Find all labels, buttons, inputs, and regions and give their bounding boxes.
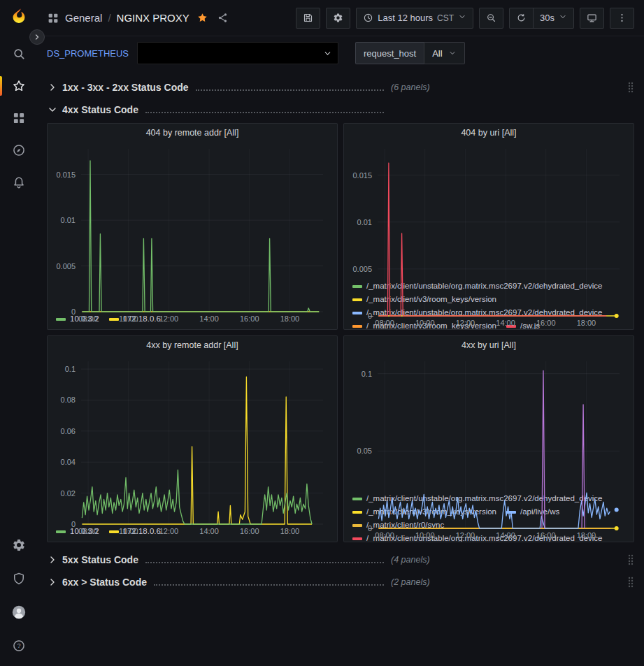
row-panel-count: (6 panels) xyxy=(391,82,430,92)
panel-title[interactable]: 404 by uri [All] xyxy=(344,124,634,142)
row-drag-handle[interactable] xyxy=(627,554,634,565)
datasource-select[interactable] xyxy=(137,42,338,64)
row-dots-filler xyxy=(154,584,384,586)
row-title[interactable]: 6xx > Status Code xyxy=(62,577,147,588)
chevron-right-icon[interactable] xyxy=(47,577,58,588)
panel-4xx-by-remote-addr: 4xx by remote addr [All] 08:0010:0012:00… xyxy=(47,335,338,542)
chevron-down-icon xyxy=(323,49,332,58)
kebab-menu-icon xyxy=(617,13,627,23)
svg-text:08:00: 08:00 xyxy=(375,531,394,540)
request-host-selected: All xyxy=(432,48,442,59)
refresh-interval-picker[interactable]: 30s xyxy=(533,8,574,29)
svg-text:0.015: 0.015 xyxy=(56,171,76,179)
svg-text:08:00: 08:00 xyxy=(78,314,98,323)
zoom-out-button[interactable] xyxy=(479,8,503,29)
panel-title[interactable]: 404 by remote addr [All] xyxy=(48,124,337,142)
datasource-variable-label[interactable]: DS_PROMETHEUS xyxy=(47,48,129,59)
save-dashboard-button[interactable] xyxy=(296,8,320,29)
svg-text:0.06: 0.06 xyxy=(61,427,76,435)
svg-text:14:00: 14:00 xyxy=(496,531,515,540)
breadcrumb-folder[interactable]: General xyxy=(65,12,102,24)
share-icon xyxy=(217,12,229,24)
compass-icon xyxy=(12,143,26,157)
sidebar-expand-button[interactable] xyxy=(29,29,45,45)
svg-text:16:00: 16:00 xyxy=(536,319,556,327)
svg-text:12:00: 12:00 xyxy=(456,531,475,540)
chevron-right-icon[interactable] xyxy=(47,82,58,93)
row-drag-handle[interactable] xyxy=(627,82,634,93)
svg-text:12:00: 12:00 xyxy=(159,527,179,535)
favorite-star-button[interactable] xyxy=(195,10,210,25)
svg-text:0.01: 0.01 xyxy=(61,216,76,224)
svg-text:0.05: 0.05 xyxy=(357,447,372,455)
svg-text:0: 0 xyxy=(71,307,76,316)
chevron-right-icon xyxy=(33,33,41,41)
svg-text:10:00: 10:00 xyxy=(119,527,138,535)
request-host-variable: request_host All xyxy=(355,42,465,64)
more-options-button[interactable] xyxy=(610,8,634,29)
row-title[interactable]: 5xx Status Code xyxy=(62,554,138,565)
search-icon xyxy=(12,47,26,61)
time-zone-label: CST xyxy=(437,13,454,23)
refresh-icon xyxy=(516,13,527,23)
sidebar-item-search[interactable] xyxy=(0,42,37,66)
panel-title[interactable]: 4xx by uri [All] xyxy=(344,336,634,354)
svg-text:12:00: 12:00 xyxy=(456,319,475,327)
row-title[interactable]: 4xx Status Code xyxy=(62,104,138,115)
time-range-label: Last 12 hours xyxy=(378,13,433,23)
svg-text:0.005: 0.005 xyxy=(56,262,76,270)
sidebar-item-server-admin[interactable] xyxy=(0,567,37,591)
time-series-chart[interactable]: 08:0010:0012:0014:0016:0018:0000.0050.01… xyxy=(347,143,628,279)
variables-bar: DS_PROMETHEUS request_host All xyxy=(37,36,644,71)
refresh-interval-label: 30s xyxy=(540,13,554,23)
svg-text:10:00: 10:00 xyxy=(415,319,435,327)
row-panel-count: (4 panels) xyxy=(391,555,430,565)
navbar-actions: Last 12 hours CST 30s xyxy=(296,8,634,29)
breadcrumb-dashboard-title[interactable]: NGINX PROXY xyxy=(117,12,189,24)
grafana-logo[interactable] xyxy=(10,7,28,25)
svg-text:14:00: 14:00 xyxy=(496,319,515,327)
sidebar-item-dashboards[interactable] xyxy=(0,106,37,130)
chart-svg: 08:0010:0012:0014:0016:0018:0000.020.040… xyxy=(50,356,331,536)
cycle-view-mode-button[interactable] xyxy=(580,8,604,29)
sidebar: ? xyxy=(0,0,37,666)
svg-text:08:00: 08:00 xyxy=(78,527,98,535)
row-dots-filler xyxy=(145,562,384,563)
chevron-right-icon[interactable] xyxy=(47,554,58,565)
sidebar-item-profile[interactable] xyxy=(0,600,37,624)
refresh-button[interactable] xyxy=(509,8,533,29)
time-series-chart[interactable]: 08:0010:0012:0014:0016:0018:0000.020.040… xyxy=(50,356,331,524)
svg-text:16:00: 16:00 xyxy=(240,314,259,323)
svg-text:14:00: 14:00 xyxy=(199,314,219,323)
svg-text:10:00: 10:00 xyxy=(415,531,435,540)
row-drag-handle[interactable] xyxy=(627,577,634,588)
share-button[interactable] xyxy=(215,10,230,25)
svg-text:0.04: 0.04 xyxy=(61,458,76,466)
svg-text:16:00: 16:00 xyxy=(536,531,556,540)
sidebar-top-nav xyxy=(0,42,37,194)
sidebar-item-starred[interactable] xyxy=(0,74,37,98)
sidebar-item-alerting[interactable] xyxy=(0,171,37,194)
dashboard-settings-button[interactable] xyxy=(326,8,350,29)
request-host-variable-value[interactable]: All xyxy=(424,42,464,64)
svg-text:18:00: 18:00 xyxy=(577,319,596,327)
time-series-chart[interactable]: 08:0010:0012:0014:0016:0018:0000.050.1 xyxy=(347,356,628,491)
chevron-down-icon[interactable] xyxy=(47,104,58,115)
time-series-chart[interactable]: 08:0010:0012:0014:0016:0018:0000.0050.01… xyxy=(50,143,331,312)
svg-text:10:00: 10:00 xyxy=(119,314,138,323)
sidebar-item-explore[interactable] xyxy=(0,138,37,162)
panel-title[interactable]: 4xx by remote addr [All] xyxy=(48,336,337,354)
refresh-control: 30s xyxy=(509,8,574,29)
chevron-down-icon xyxy=(559,13,567,23)
chevron-down-icon xyxy=(448,49,457,57)
help-icon: ? xyxy=(12,639,26,653)
save-icon xyxy=(303,13,313,23)
svg-text:18:00: 18:00 xyxy=(280,314,300,323)
sidebar-item-configuration[interactable] xyxy=(0,533,37,557)
row-title[interactable]: 1xx - 3xx - 2xx Status Code xyxy=(62,82,189,93)
time-range-picker[interactable]: Last 12 hours CST xyxy=(356,8,473,29)
bell-icon xyxy=(12,175,26,189)
request-host-variable-label[interactable]: request_host xyxy=(355,42,424,64)
sidebar-item-help[interactable]: ? xyxy=(0,634,37,658)
svg-text:18:00: 18:00 xyxy=(280,527,300,535)
